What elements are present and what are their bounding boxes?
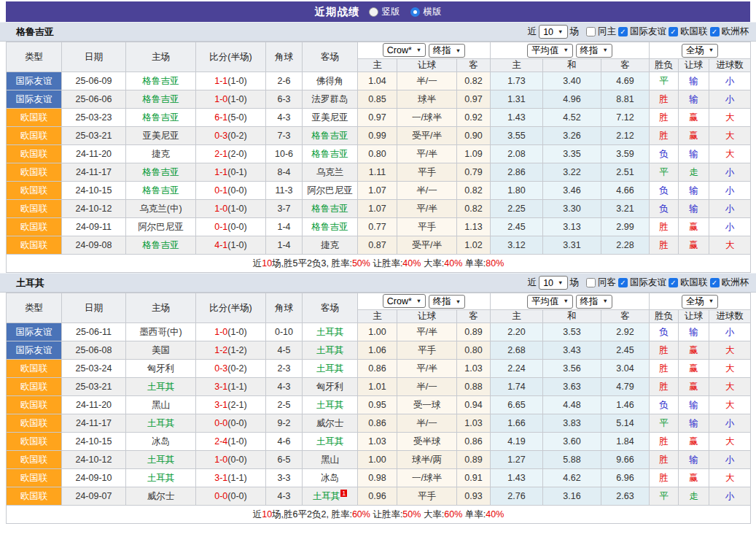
- same-venue-checkbox[interactable]: [586, 278, 596, 287]
- chevron-down-icon: ▼: [709, 298, 714, 304]
- odds-away: 0.93: [457, 487, 491, 506]
- average-select[interactable]: 平均值▼: [527, 295, 573, 309]
- radio-icon[interactable]: [369, 7, 378, 17]
- match-score: 1-1(1-0): [196, 72, 266, 90]
- bookmaker-select[interactable]: Crow*▼: [383, 43, 426, 57]
- match-date: 25-06-09: [62, 72, 126, 90]
- red-card-badge: 1: [340, 490, 347, 497]
- avg-home: 6.65: [491, 396, 543, 414]
- bookmaker-select[interactable]: Crow*▼: [383, 294, 426, 308]
- home-team: 格鲁吉亚: [126, 72, 196, 90]
- col-corner: 角球: [266, 293, 303, 323]
- match-result: 负: [650, 145, 679, 163]
- euro-checkbox[interactable]: ✓: [710, 278, 720, 287]
- nations-league-checkbox[interactable]: ✓: [669, 27, 678, 36]
- summary-part: 单率:: [462, 258, 486, 268]
- avg-home: 2.25: [491, 200, 543, 218]
- friendly-checkbox[interactable]: ✓: [618, 27, 628, 36]
- home-team: 格鲁吉亚: [126, 109, 196, 127]
- col-avg-home: 主: [491, 59, 543, 72]
- avg-home: 2.76: [491, 487, 543, 506]
- scope-select[interactable]: 全场▼: [682, 295, 718, 309]
- home-team: 格鲁吉亚: [126, 236, 196, 255]
- summary-part: 40%: [486, 509, 504, 519]
- avg-group-header: 平均值▼ 终指▼: [491, 293, 650, 310]
- match-date: 25-03-21: [62, 378, 126, 396]
- match-type-badge: 欧国联: [7, 451, 62, 469]
- avg-draw: 3.63: [543, 378, 601, 396]
- goals-result: 小: [709, 414, 751, 433]
- avg-draw: 3.22: [543, 163, 601, 182]
- avg-away: 2.28: [601, 236, 650, 255]
- match-score: 1-0(1-0): [196, 90, 266, 109]
- away-team: 格鲁吉亚: [303, 127, 358, 145]
- match-score: 0-3(0-2): [196, 127, 266, 145]
- match-score: 0-0(0-0): [196, 414, 266, 433]
- odds-away: 0.92: [457, 109, 491, 127]
- odds-home: 0.99: [358, 127, 397, 145]
- euro-checkbox[interactable]: ✓: [710, 27, 720, 36]
- corner-score: 11-3: [266, 182, 303, 200]
- corner-score: 1-4: [266, 218, 303, 236]
- handicap-result: 输: [679, 451, 709, 469]
- home-team: 格鲁吉亚: [126, 90, 196, 109]
- match-result: 平: [650, 163, 679, 182]
- chevron-down-icon: ▼: [564, 298, 569, 304]
- final-index-select[interactable]: 终指▼: [429, 295, 465, 309]
- final-index-value: 终指: [580, 295, 599, 308]
- match-row: 欧国联24-09-10土耳其3-1(1-1)3-3冰岛0.98一/球半0.911…: [7, 469, 751, 487]
- handicap-line: 受平/半: [397, 236, 457, 255]
- final-index-select[interactable]: 终指▼: [429, 44, 465, 58]
- nations-league-checkbox[interactable]: ✓: [669, 278, 678, 287]
- match-count-select[interactable]: 10 ▼: [539, 25, 567, 39]
- match-score: 0-1(0-0): [196, 182, 266, 200]
- vertical-layout-radio[interactable]: 竖版: [369, 6, 400, 18]
- col-odds-away: 客: [457, 310, 491, 323]
- avg-home: 1.43: [491, 109, 543, 127]
- recent-results-page: 近期战绩 竖版 横版 格鲁吉亚 近 10 ▼ 场: [0, 0, 756, 524]
- same-venue-label: 同主: [598, 26, 616, 38]
- average-select[interactable]: 平均值▼: [527, 44, 573, 58]
- avg-away: 2.51: [601, 163, 650, 182]
- summary-part: 近: [253, 509, 262, 519]
- odds-home: 0.86: [358, 360, 397, 378]
- final-index-select[interactable]: 终指▼: [576, 295, 612, 309]
- match-score: 2-4(1-0): [196, 433, 266, 451]
- team-section-turkey: 土耳其 近 10 ▼ 场 同客 ✓ 国际友谊 ✓ 欧国联 ✓ 欧洲杯: [0, 273, 756, 524]
- final-index-select[interactable]: 终指▼: [576, 44, 612, 58]
- final-index-value: 终指: [433, 45, 451, 57]
- match-score: 1-0(1-0): [196, 323, 266, 341]
- same-venue-checkbox[interactable]: [586, 27, 596, 36]
- odds-away: 0.94: [457, 396, 491, 414]
- topbar: 近期战绩 竖版 横版: [6, 1, 750, 22]
- avg-home: 3.12: [491, 236, 543, 255]
- friendly-checkbox[interactable]: ✓: [618, 278, 628, 287]
- corner-score: 2-3: [266, 360, 303, 378]
- goals-result: 大: [709, 236, 751, 255]
- odds-away: 1.02: [457, 236, 491, 255]
- radio-icon[interactable]: [410, 7, 420, 17]
- avg-away: 4.79: [601, 378, 650, 396]
- horizontal-layout-radio[interactable]: 横版: [410, 6, 442, 18]
- avg-away: 4.69: [601, 72, 650, 90]
- avg-draw: 4.48: [543, 396, 601, 414]
- col-goals: 进球数: [709, 310, 751, 323]
- scope-select[interactable]: 全场▼: [682, 44, 718, 58]
- match-result: 胜: [650, 451, 679, 469]
- chevron-down-icon: ▼: [456, 299, 461, 305]
- avg-draw: 3.16: [543, 487, 601, 506]
- handicap-result: 输: [679, 182, 709, 200]
- odds-away: 0.97: [457, 90, 491, 109]
- home-team: 亚美尼亚: [126, 127, 196, 145]
- odds-home: 1.04: [358, 72, 397, 90]
- home-team: 土耳其: [126, 469, 196, 487]
- match-count-select[interactable]: 10 ▼: [539, 276, 567, 290]
- average-value: 平均值: [531, 295, 559, 308]
- avg-away: 3.59: [601, 145, 650, 163]
- chevron-down-icon: ▼: [558, 29, 563, 35]
- summary-part: 10: [262, 509, 272, 519]
- goals-result: 小: [709, 218, 751, 236]
- home-team: 墨西哥(中): [126, 323, 196, 341]
- avg-draw: 4.62: [543, 469, 601, 487]
- match-date: 24-09-10: [62, 469, 126, 487]
